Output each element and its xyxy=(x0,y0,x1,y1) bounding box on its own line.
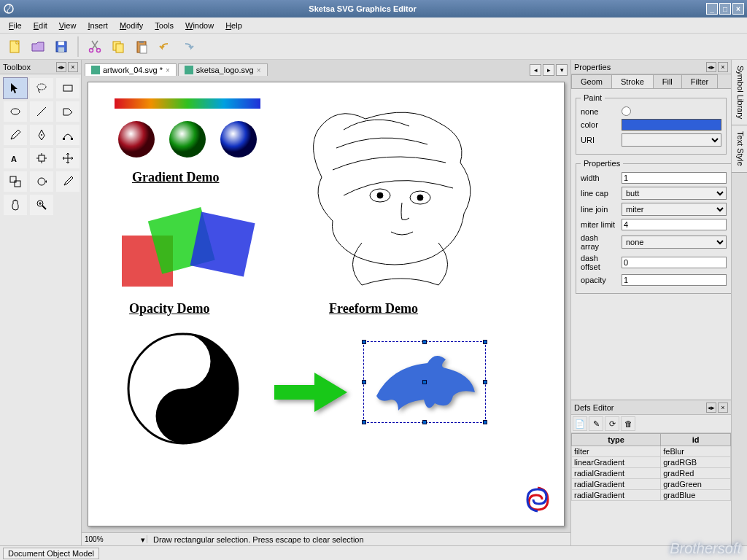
ellipse-tool[interactable] xyxy=(3,101,28,122)
polygon-tool[interactable] xyxy=(55,101,80,122)
color-swatch[interactable] xyxy=(622,119,721,131)
rect-tool[interactable] xyxy=(55,77,80,99)
svg-rect-21 xyxy=(10,176,16,182)
dom-button[interactable]: Document Object Model xyxy=(3,548,99,559)
tab-sketsa-logo[interactable]: sketsa_logo.svg × xyxy=(178,63,268,76)
node-tool[interactable] xyxy=(55,124,80,146)
toolbox-pin-icon[interactable]: ◂▸ xyxy=(56,62,66,72)
maximize-button[interactable]: □ xyxy=(719,3,731,15)
table-row[interactable]: radialGradientgradBlue xyxy=(572,490,731,501)
svg-rect-20 xyxy=(39,155,44,161)
menu-modify[interactable]: Modify xyxy=(115,20,147,31)
defs-edit-button[interactable]: ✎ xyxy=(589,416,603,431)
gradient-demo-label: Gradient Demo xyxy=(132,170,219,185)
canvas[interactable]: Gradient Demo Opacity Demo xyxy=(88,82,565,526)
menu-window[interactable]: Window xyxy=(181,20,218,31)
rotate-tool[interactable] xyxy=(29,171,54,192)
group-tool[interactable] xyxy=(3,171,28,192)
copy-button[interactable] xyxy=(108,36,128,57)
tab-close-icon[interactable]: × xyxy=(257,66,261,74)
width-input[interactable] xyxy=(622,172,727,184)
properties-pin-icon[interactable]: ◂▸ xyxy=(706,62,716,72)
pencil-tool[interactable] xyxy=(3,124,28,146)
stroke-props-group: Properties width line capbutt line joinm… xyxy=(576,159,731,294)
defs-close-icon[interactable]: × xyxy=(718,402,728,413)
menu-help[interactable]: Help xyxy=(221,20,247,31)
pen-tool[interactable] xyxy=(29,124,54,146)
line-tool[interactable] xyxy=(29,101,54,122)
transform-tool[interactable] xyxy=(29,147,54,169)
table-row[interactable]: radialGradientgradGreen xyxy=(572,479,731,490)
tab-close-icon[interactable]: × xyxy=(166,66,170,74)
zoom-tool[interactable] xyxy=(29,194,54,216)
eyedropper-tool[interactable] xyxy=(55,171,80,192)
gradient-bar xyxy=(115,98,260,109)
tab-artwork[interactable]: artwork_04.svg * × xyxy=(85,63,177,76)
open-button[interactable] xyxy=(28,36,48,57)
tab-prev-button[interactable]: ◂ xyxy=(530,64,541,76)
defs-pin-icon[interactable]: ◂▸ xyxy=(706,402,716,413)
linejoin-select[interactable]: miter xyxy=(622,203,727,216)
svg-point-6 xyxy=(97,48,101,52)
tab-symbol-library[interactable]: Symbol Library xyxy=(732,60,747,125)
redo-button[interactable] xyxy=(178,36,198,57)
zoom-input[interactable] xyxy=(85,535,128,543)
menu-view[interactable]: View xyxy=(55,20,81,31)
select-tool[interactable] xyxy=(3,77,28,99)
menu-insert[interactable]: Insert xyxy=(83,20,112,31)
save-button[interactable] xyxy=(51,36,71,57)
close-button[interactable]: × xyxy=(732,3,744,15)
zoom-control[interactable]: ▾ xyxy=(82,535,147,543)
toolbox-title: Toolbox xyxy=(3,63,31,71)
uri-select[interactable] xyxy=(622,133,721,147)
lasso-tool[interactable] xyxy=(29,77,54,99)
toolbox-close-icon[interactable]: × xyxy=(68,62,78,72)
cut-button[interactable] xyxy=(85,36,105,57)
svg-rect-4 xyxy=(58,47,64,52)
property-tabs: Geom Stroke Fill Filter xyxy=(571,74,731,89)
paste-button[interactable] xyxy=(131,36,152,57)
table-row[interactable]: linearGradientgradRGB xyxy=(572,457,731,468)
new-button[interactable] xyxy=(4,36,25,57)
tab-fill[interactable]: Fill xyxy=(653,74,682,88)
tab-filter[interactable]: Filter xyxy=(681,74,718,88)
dasharray-select[interactable]: none xyxy=(622,236,727,249)
svg-point-37 xyxy=(377,192,383,198)
defs-new-button[interactable]: 📄 xyxy=(573,416,587,431)
defs-delete-button[interactable]: 🗑 xyxy=(621,416,635,431)
undo-button[interactable] xyxy=(155,36,175,57)
text-tool[interactable]: A xyxy=(3,147,28,169)
yinyang-icon xyxy=(125,330,241,447)
tab-list-button[interactable]: ▾ xyxy=(556,64,568,76)
table-row[interactable]: filterfeBlur xyxy=(572,446,731,457)
menu-edit[interactable]: Edit xyxy=(29,20,52,31)
svg-rect-10 xyxy=(139,41,144,43)
hand-tool[interactable] xyxy=(3,194,28,216)
menu-tools[interactable]: Tools xyxy=(150,20,178,31)
opacity-squares xyxy=(115,206,275,294)
zoom-dropdown-icon[interactable]: ▾ xyxy=(141,535,145,545)
tab-stroke[interactable]: Stroke xyxy=(611,74,654,88)
tab-geom[interactable]: Geom xyxy=(571,74,612,88)
defs-refresh-button[interactable]: ⟳ xyxy=(605,416,619,431)
titlebar: Sketsa SVG Graphics Editor _ □ × xyxy=(0,0,747,18)
properties-close-icon[interactable]: × xyxy=(718,62,728,72)
dashoffset-input[interactable] xyxy=(622,257,727,268)
minimize-button[interactable]: _ xyxy=(706,3,718,15)
svg-rect-28 xyxy=(91,66,100,74)
tab-text-style[interactable]: Text Style xyxy=(732,125,747,173)
move-tool[interactable] xyxy=(55,147,80,169)
paint-none-radio[interactable] xyxy=(622,106,631,116)
status-bar: ▾ Draw rectangular selection. Press esca… xyxy=(82,532,570,545)
svg-point-16 xyxy=(41,134,42,136)
table-row[interactable]: radialGradientgradRed xyxy=(572,468,731,479)
svg-rect-29 xyxy=(185,66,193,74)
menu-file[interactable]: File xyxy=(4,20,26,31)
svg-rect-3 xyxy=(58,42,64,45)
opacity-input[interactable] xyxy=(622,274,727,286)
tab-next-button[interactable]: ▸ xyxy=(543,64,554,76)
miter-input[interactable] xyxy=(622,219,727,230)
linecap-select[interactable]: butt xyxy=(622,187,727,200)
opacity-demo-label: Opacity Demo xyxy=(129,301,209,316)
selection-box[interactable] xyxy=(363,341,486,423)
